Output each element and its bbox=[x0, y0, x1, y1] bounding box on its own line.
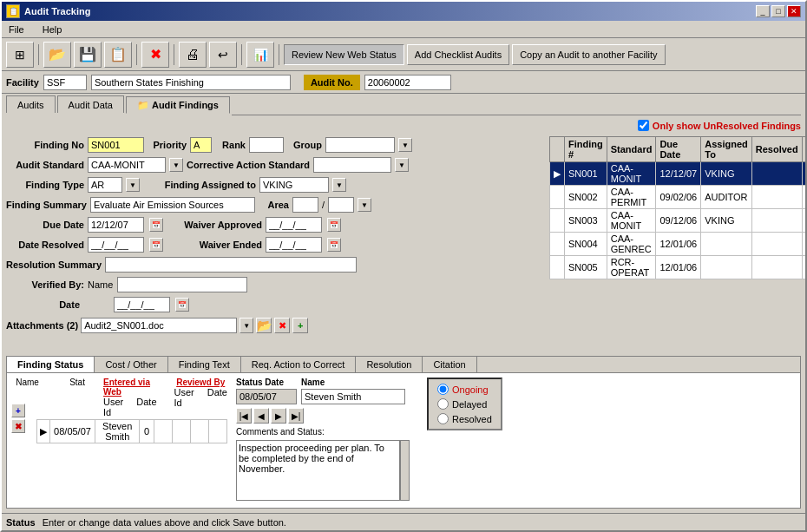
comments-scrollbar[interactable] bbox=[400, 440, 410, 501]
verified-date-picker[interactable]: 📅 bbox=[175, 298, 189, 312]
attachment-open-btn[interactable]: 📂 bbox=[256, 318, 272, 333]
finding-assigned-input[interactable] bbox=[259, 177, 329, 193]
area-input2[interactable] bbox=[328, 197, 354, 213]
tab-audit-data[interactable]: Audit Data bbox=[57, 95, 124, 113]
status-date-name-row: Status Date Name bbox=[236, 378, 410, 404]
bottom-tab-resolution[interactable]: Resolution bbox=[356, 357, 423, 372]
minimize-button[interactable]: _ bbox=[756, 5, 770, 17]
facility-code-input[interactable] bbox=[43, 75, 87, 90]
attachment-add-btn[interactable]: + bbox=[292, 318, 308, 333]
close-button[interactable]: ✕ bbox=[787, 5, 801, 17]
nav-first-btn[interactable]: |◀ bbox=[236, 408, 252, 424]
unresolved-checkbox-row: Only show UnResolved Findings bbox=[6, 120, 801, 131]
waiver-ended-input[interactable] bbox=[266, 237, 322, 253]
row-arrow-cell bbox=[550, 186, 565, 209]
waiver-ended-picker[interactable]: 📅 bbox=[327, 238, 341, 252]
toolbar-chart-btn[interactable]: 📊 bbox=[246, 42, 274, 68]
waiver-approved-picker[interactable]: 📅 bbox=[327, 218, 341, 232]
waiver-approved-input[interactable] bbox=[266, 217, 322, 233]
maximize-button[interactable]: □ bbox=[771, 5, 785, 17]
finding-assigned-dropdown[interactable]: ▼ bbox=[332, 178, 346, 192]
finding-type-dropdown[interactable]: ▼ bbox=[126, 178, 140, 192]
date-resolved-picker[interactable]: 📅 bbox=[149, 238, 163, 252]
toolbar-grid-btn[interactable]: ⊞ bbox=[6, 42, 34, 68]
verified-name-input[interactable] bbox=[117, 277, 247, 292]
bottom-tab-citation[interactable]: Citation bbox=[423, 357, 476, 372]
del-status-btn[interactable]: ✖ bbox=[11, 419, 25, 433]
group-dropdown-btn[interactable]: ▼ bbox=[398, 138, 412, 152]
toolbar-print-btn[interactable]: 🖨 bbox=[179, 42, 207, 68]
finding-summary-row: Finding Summary Area / ▼ bbox=[6, 196, 542, 213]
finding-type-input[interactable] bbox=[88, 177, 122, 193]
col-header-verified[interactable]: Verified bbox=[802, 137, 805, 162]
date-resolved-input[interactable] bbox=[88, 237, 144, 253]
attachment-delete-btn[interactable]: ✖ bbox=[274, 318, 290, 333]
copy-audit-button[interactable]: Copy an Audit to another Facility bbox=[512, 44, 665, 65]
radio-ongoing-row[interactable]: Ongoing bbox=[437, 384, 492, 395]
col-header-finding[interactable]: Finding # bbox=[565, 137, 607, 162]
review-web-status-button[interactable]: Review New Web Status bbox=[284, 44, 404, 65]
toolbar-delete-btn[interactable]: ✖ bbox=[141, 42, 169, 68]
radio-resolved[interactable] bbox=[437, 413, 449, 424]
row-finding-cell: SN002 bbox=[565, 186, 607, 209]
table-row[interactable]: SN005 RCR-OPERAT 12/01/06 bbox=[550, 256, 806, 279]
group-input[interactable] bbox=[325, 137, 395, 153]
priority-input[interactable] bbox=[190, 137, 212, 153]
status-right: Ongoing Delayed Resolved bbox=[427, 378, 502, 503]
bottom-tab-finding-text[interactable]: Finding Text bbox=[168, 357, 241, 372]
bottom-tab-cost-other[interactable]: Cost / Other bbox=[95, 357, 167, 372]
nav-last-btn[interactable]: ▶| bbox=[288, 408, 304, 424]
due-date-picker[interactable]: 📅 bbox=[149, 218, 163, 232]
audit-standard-input[interactable] bbox=[88, 157, 166, 173]
col-header-due-date[interactable]: Due Date bbox=[656, 137, 701, 162]
toolbar-save-btn[interactable]: 💾 bbox=[74, 42, 102, 68]
unresolved-checkbox[interactable] bbox=[638, 120, 649, 131]
radio-ongoing[interactable] bbox=[437, 384, 449, 395]
comments-textarea[interactable]: Inspection proceeding per plan. To be co… bbox=[236, 440, 400, 501]
facility-name-input[interactable] bbox=[91, 75, 291, 90]
verified-date-input[interactable] bbox=[114, 297, 170, 312]
audit-no-input[interactable] bbox=[364, 75, 451, 90]
radio-delayed-row[interactable]: Delayed bbox=[437, 398, 492, 410]
date-resolved-label: Date Resolved bbox=[6, 240, 84, 250]
title-bar: 📋 Audit Tracking _ □ ✕ bbox=[2, 2, 805, 21]
add-checklist-audits-button[interactable]: Add Checklist Audits bbox=[407, 44, 509, 65]
resolution-summary-input[interactable] bbox=[105, 257, 357, 273]
attachment-dropdown-btn[interactable]: ▼ bbox=[239, 318, 253, 333]
bottom-tab-finding-status[interactable]: Finding Status bbox=[7, 357, 95, 372]
nav-prev-btn[interactable]: ◀ bbox=[253, 408, 269, 424]
finding-summary-input[interactable] bbox=[90, 197, 255, 213]
rank-input[interactable] bbox=[249, 137, 284, 153]
status-name-input[interactable] bbox=[301, 389, 405, 404]
area-input1[interactable] bbox=[292, 197, 318, 213]
menu-help[interactable]: Help bbox=[40, 23, 65, 36]
audit-standard-dropdown[interactable]: ▼ bbox=[169, 158, 183, 172]
finding-no-input[interactable] bbox=[88, 137, 144, 153]
area-dropdown[interactable]: ▼ bbox=[358, 198, 371, 212]
corrective-action-input[interactable] bbox=[313, 157, 391, 173]
table-row[interactable]: ▶ 08/05/07 Steven Smith 0 bbox=[37, 420, 227, 443]
status-date-input[interactable] bbox=[236, 389, 297, 404]
table-row[interactable]: ▶ SN001 CAA-MONIT 12/12/07 VKING bbox=[550, 162, 806, 186]
tab-audit-findings[interactable]: 📁 Audit Findings bbox=[126, 96, 230, 114]
col-header-standard[interactable]: Standard bbox=[607, 137, 656, 162]
col-header-resolved[interactable]: Resolved bbox=[751, 137, 802, 162]
table-row[interactable]: SN003 CAA-MONIT 09/12/06 VKING bbox=[550, 209, 806, 233]
table-row[interactable]: SN002 CAA-PERMIT 09/02/06 AUDITOR bbox=[550, 186, 806, 209]
menu-file[interactable]: File bbox=[6, 23, 27, 36]
radio-delayed[interactable] bbox=[437, 398, 449, 410]
table-row[interactable]: SN004 CAA-GENREC 12/01/06 bbox=[550, 233, 806, 256]
corrective-action-dropdown[interactable]: ▼ bbox=[395, 158, 409, 172]
attachment-input[interactable] bbox=[81, 318, 237, 333]
toolbar-open-btn[interactable]: 📂 bbox=[43, 42, 71, 68]
due-date-input[interactable] bbox=[88, 217, 144, 233]
tab-audits[interactable]: Audits bbox=[6, 95, 56, 113]
bottom-tab-req-action[interactable]: Req. Action to Correct bbox=[241, 357, 357, 372]
col-header-assigned-to[interactable]: Assigned To bbox=[701, 137, 752, 162]
toolbar-undo-btn[interactable]: ↩ bbox=[209, 42, 237, 68]
toolbar-sep-2 bbox=[136, 44, 137, 65]
radio-resolved-row[interactable]: Resolved bbox=[437, 413, 492, 424]
finding-type-label: Finding Type bbox=[6, 180, 84, 190]
nav-next-btn[interactable]: ▶ bbox=[271, 408, 286, 424]
toolbar-copy-btn[interactable]: 📋 bbox=[104, 42, 132, 68]
